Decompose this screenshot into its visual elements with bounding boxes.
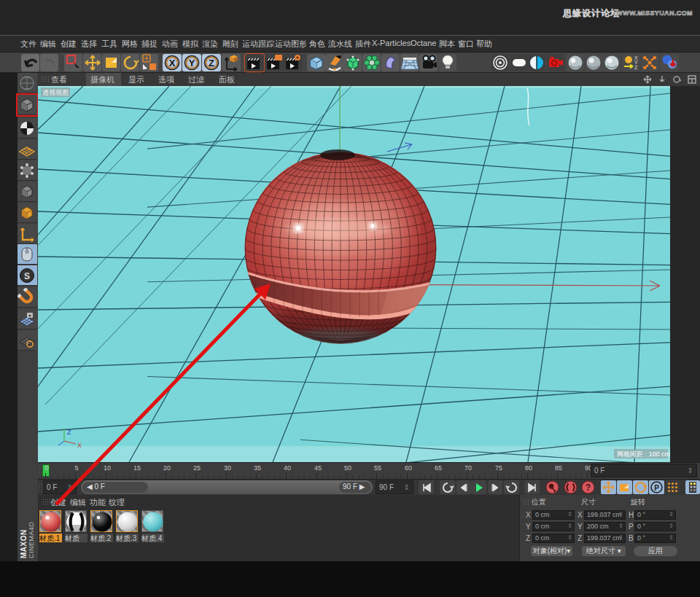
svg-text:?: ? (586, 483, 591, 493)
svg-text:Y: Y (634, 60, 638, 65)
svg-text:X: X (169, 58, 176, 69)
svg-text:X: X (77, 442, 82, 449)
svg-text:网格间距 : 100 cm: 网格间距 : 100 cm (617, 450, 670, 458)
svg-text:Z: Z (209, 58, 214, 69)
svg-text:P: P (654, 484, 659, 492)
svg-text:Z: Z (67, 429, 71, 436)
svg-text:透视视图: 透视视图 (42, 89, 69, 96)
svg-text:Z: Z (634, 65, 638, 70)
svg-text:S: S (24, 271, 30, 281)
svg-text:Y: Y (189, 58, 195, 69)
